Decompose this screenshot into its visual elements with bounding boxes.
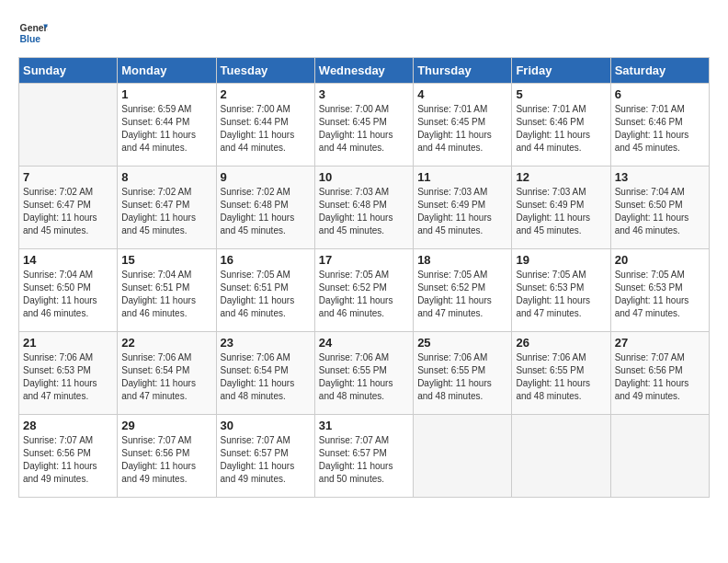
- day-of-week-header: Monday: [118, 58, 216, 84]
- day-number: 11: [417, 170, 507, 184]
- calendar-cell: 31Sunrise: 7:07 AMSunset: 6:57 PMDayligh…: [314, 415, 413, 498]
- day-info: Sunrise: 7:07 AMSunset: 6:56 PMDaylight:…: [121, 434, 211, 486]
- day-number: 23: [221, 336, 311, 350]
- svg-text:Blue: Blue: [20, 34, 41, 44]
- calendar-cell: 25Sunrise: 7:06 AMSunset: 6:55 PMDayligh…: [414, 332, 512, 415]
- day-number: 26: [516, 336, 606, 350]
- calendar-cell: 29Sunrise: 7:07 AMSunset: 6:56 PMDayligh…: [118, 415, 216, 498]
- calendar-cell: 4Sunrise: 7:01 AMSunset: 6:45 PMDaylight…: [414, 84, 512, 167]
- day-info: Sunrise: 7:07 AMSunset: 6:56 PMDaylight:…: [615, 351, 705, 403]
- day-info: Sunrise: 7:06 AMSunset: 6:54 PMDaylight:…: [221, 351, 311, 403]
- day-number: 31: [319, 419, 409, 432]
- calendar-cell: 24Sunrise: 7:06 AMSunset: 6:55 PMDayligh…: [314, 332, 413, 415]
- day-info: Sunrise: 7:05 AMSunset: 6:53 PMDaylight:…: [516, 269, 606, 320]
- calendar-cell: 28Sunrise: 7:07 AMSunset: 6:56 PMDayligh…: [19, 415, 118, 498]
- day-info: Sunrise: 6:59 AMSunset: 6:44 PMDaylight:…: [121, 103, 211, 155]
- calendar-cell: [512, 415, 610, 498]
- calendar-cell: 26Sunrise: 7:06 AMSunset: 6:55 PMDayligh…: [512, 332, 610, 415]
- day-of-week-header: Tuesday: [216, 58, 314, 84]
- calendar-cell: 12Sunrise: 7:03 AMSunset: 6:49 PMDayligh…: [512, 167, 610, 249]
- calendar-cell: [610, 415, 709, 498]
- calendar-week-row: 7Sunrise: 7:02 AMSunset: 6:47 PMDaylight…: [19, 167, 710, 249]
- calendar-cell: 9Sunrise: 7:02 AMSunset: 6:48 PMDaylight…: [216, 167, 314, 249]
- day-number: 2: [221, 87, 311, 101]
- day-info: Sunrise: 7:06 AMSunset: 6:53 PMDaylight:…: [23, 351, 113, 403]
- calendar-cell: 27Sunrise: 7:07 AMSunset: 6:56 PMDayligh…: [610, 332, 709, 415]
- day-number: 8: [121, 170, 211, 184]
- day-info: Sunrise: 7:03 AMSunset: 6:49 PMDaylight:…: [417, 186, 507, 237]
- day-number: 17: [319, 253, 409, 267]
- day-number: 7: [23, 170, 113, 184]
- calendar-cell: 8Sunrise: 7:02 AMSunset: 6:47 PMDaylight…: [118, 167, 216, 249]
- svg-text:General: General: [20, 23, 48, 33]
- day-info: Sunrise: 7:05 AMSunset: 6:51 PMDaylight:…: [221, 269, 311, 320]
- day-number: 5: [516, 87, 606, 101]
- calendar-week-row: 28Sunrise: 7:07 AMSunset: 6:56 PMDayligh…: [19, 415, 710, 498]
- day-info: Sunrise: 7:06 AMSunset: 6:55 PMDaylight:…: [417, 351, 507, 403]
- calendar-cell: 11Sunrise: 7:03 AMSunset: 6:49 PMDayligh…: [414, 167, 512, 249]
- calendar-cell: 22Sunrise: 7:06 AMSunset: 6:54 PMDayligh…: [118, 332, 216, 415]
- day-number: 18: [417, 253, 507, 267]
- day-of-week-header: Friday: [512, 58, 610, 84]
- day-of-week-header: Thursday: [414, 58, 512, 84]
- day-info: Sunrise: 7:06 AMSunset: 6:54 PMDaylight:…: [121, 351, 211, 403]
- day-of-week-header: Sunday: [19, 58, 118, 84]
- day-number: 29: [121, 419, 211, 432]
- calendar-week-row: 1Sunrise: 6:59 AMSunset: 6:44 PMDaylight…: [19, 84, 710, 167]
- day-number: 9: [221, 170, 311, 184]
- day-of-week-header: Wednesday: [314, 58, 413, 84]
- day-number: 30: [221, 419, 311, 432]
- calendar-header-row: SundayMondayTuesdayWednesdayThursdayFrid…: [19, 58, 710, 84]
- calendar-cell: [19, 84, 118, 167]
- calendar-cell: 19Sunrise: 7:05 AMSunset: 6:53 PMDayligh…: [512, 249, 610, 332]
- calendar-cell: 14Sunrise: 7:04 AMSunset: 6:50 PMDayligh…: [19, 249, 118, 332]
- day-number: 27: [615, 336, 705, 350]
- day-info: Sunrise: 7:02 AMSunset: 6:47 PMDaylight:…: [121, 186, 211, 237]
- day-info: Sunrise: 7:05 AMSunset: 6:52 PMDaylight:…: [417, 269, 507, 320]
- calendar-cell: 6Sunrise: 7:01 AMSunset: 6:46 PMDaylight…: [610, 84, 709, 167]
- day-number: 10: [319, 170, 409, 184]
- day-number: 15: [121, 253, 211, 267]
- day-of-week-header: Saturday: [610, 58, 709, 84]
- calendar-cell: 20Sunrise: 7:05 AMSunset: 6:53 PMDayligh…: [610, 249, 709, 332]
- calendar-cell: 3Sunrise: 7:00 AMSunset: 6:45 PMDaylight…: [314, 84, 413, 167]
- day-number: 28: [23, 419, 113, 432]
- day-number: 1: [121, 87, 211, 101]
- day-info: Sunrise: 7:00 AMSunset: 6:45 PMDaylight:…: [319, 103, 409, 155]
- logo-icon: General Blue: [18, 18, 48, 48]
- day-info: Sunrise: 7:03 AMSunset: 6:49 PMDaylight:…: [516, 186, 606, 237]
- calendar-cell: 10Sunrise: 7:03 AMSunset: 6:48 PMDayligh…: [314, 167, 413, 249]
- calendar-cell: 21Sunrise: 7:06 AMSunset: 6:53 PMDayligh…: [19, 332, 118, 415]
- calendar-cell: 18Sunrise: 7:05 AMSunset: 6:52 PMDayligh…: [414, 249, 512, 332]
- day-info: Sunrise: 7:04 AMSunset: 6:50 PMDaylight:…: [23, 269, 113, 320]
- logo: General Blue: [18, 18, 48, 48]
- calendar-cell: 16Sunrise: 7:05 AMSunset: 6:51 PMDayligh…: [216, 249, 314, 332]
- day-info: Sunrise: 7:03 AMSunset: 6:48 PMDaylight:…: [319, 186, 409, 237]
- day-info: Sunrise: 7:01 AMSunset: 6:45 PMDaylight:…: [417, 103, 507, 155]
- calendar-cell: 7Sunrise: 7:02 AMSunset: 6:47 PMDaylight…: [19, 167, 118, 249]
- day-number: 25: [417, 336, 507, 350]
- day-info: Sunrise: 7:04 AMSunset: 6:51 PMDaylight:…: [121, 269, 211, 320]
- calendar-cell: 13Sunrise: 7:04 AMSunset: 6:50 PMDayligh…: [610, 167, 709, 249]
- day-number: 14: [23, 253, 113, 267]
- day-info: Sunrise: 7:05 AMSunset: 6:53 PMDaylight:…: [615, 269, 705, 320]
- calendar-cell: [414, 415, 512, 498]
- calendar-table: SundayMondayTuesdayWednesdayThursdayFrid…: [18, 57, 710, 498]
- day-number: 22: [121, 336, 211, 350]
- day-info: Sunrise: 7:02 AMSunset: 6:47 PMDaylight:…: [23, 186, 113, 237]
- page-header: General Blue: [18, 18, 710, 48]
- calendar-week-row: 14Sunrise: 7:04 AMSunset: 6:50 PMDayligh…: [19, 249, 710, 332]
- calendar-cell: 2Sunrise: 7:00 AMSunset: 6:44 PMDaylight…: [216, 84, 314, 167]
- day-info: Sunrise: 7:06 AMSunset: 6:55 PMDaylight:…: [319, 351, 409, 403]
- calendar-cell: 5Sunrise: 7:01 AMSunset: 6:46 PMDaylight…: [512, 84, 610, 167]
- calendar-cell: 23Sunrise: 7:06 AMSunset: 6:54 PMDayligh…: [216, 332, 314, 415]
- day-number: 16: [221, 253, 311, 267]
- day-info: Sunrise: 7:07 AMSunset: 6:57 PMDaylight:…: [319, 434, 409, 486]
- day-info: Sunrise: 7:07 AMSunset: 6:57 PMDaylight:…: [221, 434, 311, 486]
- day-info: Sunrise: 7:05 AMSunset: 6:52 PMDaylight:…: [319, 269, 409, 320]
- day-number: 20: [615, 253, 705, 267]
- day-info: Sunrise: 7:00 AMSunset: 6:44 PMDaylight:…: [221, 103, 311, 155]
- day-info: Sunrise: 7:01 AMSunset: 6:46 PMDaylight:…: [615, 103, 705, 155]
- day-info: Sunrise: 7:07 AMSunset: 6:56 PMDaylight:…: [23, 434, 113, 486]
- day-info: Sunrise: 7:02 AMSunset: 6:48 PMDaylight:…: [221, 186, 311, 237]
